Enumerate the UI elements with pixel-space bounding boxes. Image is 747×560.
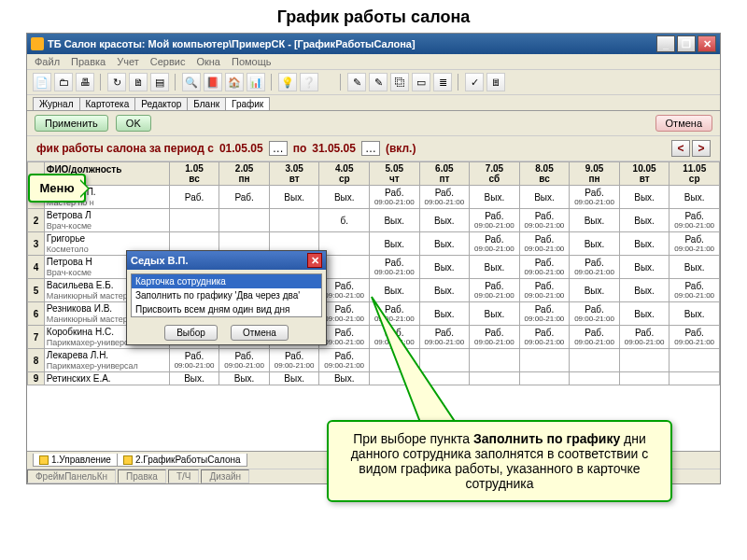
popup-close-button[interactable]: ✕ (307, 253, 322, 268)
schedule-cell[interactable] (619, 349, 669, 372)
close-button[interactable]: ✕ (698, 35, 716, 52)
schedule-cell[interactable] (570, 372, 620, 385)
next-period-button[interactable]: > (692, 140, 711, 157)
tool-card-icon[interactable]: ▭ (412, 73, 430, 91)
popup-list-item[interactable]: Заполнить по графику 'Два через два' (132, 288, 321, 302)
table-row[interactable]: 2Ветрова ЛВрач-космеб.Вых.Вых.Раб.09:00-… (28, 209, 720, 232)
schedule-cell[interactable]: Вых. (619, 256, 669, 279)
bottom-tab[interactable]: 2.ГрафикРаботыСалона (117, 454, 247, 467)
schedule-cell[interactable]: Вых. (269, 372, 319, 385)
schedule-cell[interactable]: Раб.09:00-21:00 (519, 232, 570, 256)
schedule-cell[interactable] (169, 209, 219, 232)
tool-check-icon[interactable]: ✓ (465, 73, 484, 91)
schedule-cell[interactable]: Раб.09:00-21:00 (370, 186, 420, 209)
schedule-cell[interactable]: Раб.09:00-21:00 (269, 349, 319, 372)
tool-refresh-icon[interactable]: ↻ (107, 73, 126, 91)
row-name[interactable]: Ретинских Е.А. (44, 372, 169, 385)
schedule-cell[interactable]: Раб.09:00-21:00 (669, 232, 720, 256)
schedule-cell[interactable] (519, 372, 570, 385)
schedule-cell[interactable]: Раб.09:00-21:00 (519, 279, 570, 302)
schedule-cell[interactable]: Вых. (470, 186, 520, 209)
schedule-cell[interactable]: Вых. (319, 186, 370, 209)
menu-item[interactable]: Файл (35, 56, 60, 67)
tool-doc-icon[interactable]: 🗎 (129, 73, 148, 91)
popup-list-item[interactable]: Карточка сотрудника (132, 274, 321, 288)
schedule-cell[interactable]: Раб.09:00-21:00 (570, 302, 620, 326)
schedule-cell[interactable]: Вых. (470, 256, 520, 279)
schedule-cell[interactable] (219, 209, 270, 232)
schedule-cell[interactable]: Вых. (370, 209, 420, 232)
schedule-cell[interactable]: Вых. (570, 279, 620, 302)
period-from-picker[interactable]: … (269, 141, 288, 156)
schedule-cell[interactable] (269, 209, 319, 232)
schedule-cell[interactable] (669, 349, 720, 372)
maximize-button[interactable]: ❐ (677, 35, 696, 52)
schedule-cell[interactable]: Вых. (419, 232, 470, 256)
schedule-cell[interactable]: Раб.09:00-21:00 (570, 186, 620, 209)
schedule-cell[interactable]: Раб.09:00-21:00 (519, 209, 570, 232)
popup-choose-button[interactable]: Выбор (164, 325, 218, 341)
schedule-cell[interactable]: Раб.09:00-21:00 (470, 209, 520, 232)
schedule-cell[interactable] (519, 349, 570, 372)
schedule-cell[interactable]: Раб.09:00-21:00 (519, 326, 570, 349)
tool-page-icon[interactable]: 🗏 (486, 73, 505, 91)
schedule-cell[interactable]: Раб. (169, 186, 219, 209)
schedule-cell[interactable]: Раб.09:00-21:00 (169, 349, 219, 372)
schedule-cell[interactable]: Раб.09:00-21:00 (219, 349, 270, 372)
schedule-cell[interactable]: Раб.09:00-21:00 (470, 232, 520, 256)
tool-house-icon[interactable]: 🏠 (225, 73, 244, 91)
schedule-cell[interactable]: Вых. (370, 232, 420, 256)
cancel-button[interactable]: Отмена (655, 115, 712, 132)
schedule-cell[interactable]: б. (319, 209, 370, 232)
tool-print-icon[interactable]: 🖶 (76, 73, 94, 91)
schedule-cell[interactable]: Вых. (619, 279, 669, 302)
schedule-cell[interactable]: Вых. (669, 186, 720, 209)
schedule-cell[interactable]: Вых. (419, 209, 470, 232)
schedule-cell[interactable]: Раб.09:00-21:00 (419, 186, 470, 209)
menu-item[interactable]: Сервис (150, 56, 186, 67)
schedule-cell[interactable]: Вых. (169, 372, 219, 385)
menu-item[interactable]: Правка (71, 56, 106, 67)
tab[interactable]: Картотека (79, 97, 136, 110)
menu-item[interactable]: Помощь (232, 56, 272, 67)
schedule-cell[interactable]: Раб.09:00-21:00 (669, 279, 720, 302)
ok-button[interactable]: OK (116, 115, 151, 132)
tool-book-icon[interactable]: 📕 (204, 73, 222, 91)
period-to-picker[interactable]: … (361, 141, 380, 156)
tool-open-icon[interactable]: 🗀 (54, 73, 73, 91)
schedule-cell[interactable] (619, 372, 669, 385)
tab[interactable]: Бланк (187, 97, 226, 110)
schedule-cell[interactable]: Вых. (619, 186, 669, 209)
tool-list-icon[interactable]: ≣ (433, 73, 452, 91)
schedule-cell[interactable]: Вых. (419, 256, 470, 279)
tab[interactable]: Редактор (134, 97, 188, 110)
row-name[interactable]: Лекарева Л.Н.Парикмахер-универсал (44, 349, 169, 372)
schedule-cell[interactable]: Раб. (219, 186, 270, 209)
schedule-cell[interactable] (669, 372, 720, 385)
tool-help-icon[interactable]: ❔ (300, 73, 318, 91)
menu-item[interactable]: Окна (196, 56, 220, 67)
apply-button[interactable]: Применить (35, 115, 108, 132)
schedule-cell[interactable]: Вых. (269, 186, 319, 209)
tool-edit1-icon[interactable]: ✎ (347, 73, 366, 91)
tab[interactable]: График (225, 97, 270, 110)
tab[interactable]: Журнал (33, 97, 80, 110)
row-name[interactable]: Ветрова ЛВрач-косме (44, 209, 169, 232)
schedule-cell[interactable]: Вых. (619, 209, 669, 232)
schedule-cell[interactable]: Раб.09:00-21:00 (669, 209, 720, 232)
schedule-cell[interactable]: Вых. (619, 302, 669, 326)
schedule-cell[interactable]: Раб.09:00-21:00 (370, 256, 420, 279)
tool-search-icon[interactable]: 🔍 (182, 73, 201, 91)
menu-item[interactable]: Учет (117, 56, 139, 67)
schedule-cell[interactable]: Раб.09:00-21:00 (319, 349, 370, 372)
schedule-cell[interactable]: Вых. (570, 209, 620, 232)
tool-chart-icon[interactable]: 📊 (247, 73, 265, 91)
tool-copy-icon[interactable]: ⿻ (390, 73, 409, 91)
prev-period-button[interactable]: < (671, 140, 690, 157)
table-row[interactable]: 1Седых В.П.Мастер по нРаб.Раб.Вых.Вых.Ра… (28, 186, 720, 209)
schedule-cell[interactable]: Раб.09:00-21:00 (570, 256, 620, 279)
schedule-cell[interactable]: Раб.09:00-21:00 (619, 326, 669, 349)
schedule-cell[interactable]: Вых. (669, 302, 720, 326)
schedule-cell[interactable]: Раб.09:00-21:00 (519, 256, 570, 279)
schedule-cell[interactable]: Вых. (570, 232, 620, 256)
